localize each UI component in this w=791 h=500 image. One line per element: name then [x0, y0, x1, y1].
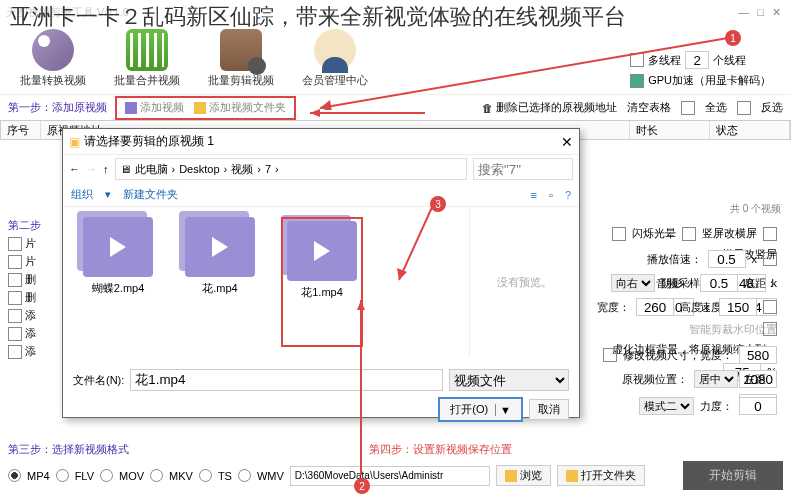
format-wmv-radio[interactable]	[238, 469, 251, 482]
col-no: 序号	[1, 121, 41, 139]
open-button[interactable]: 打开(O)▼	[438, 397, 523, 422]
preview-pane: 没有预览。	[469, 207, 579, 357]
open-folder-button[interactable]: 打开文件夹	[557, 465, 645, 486]
filename-input[interactable]	[130, 369, 443, 391]
hflip-checkbox[interactable]	[763, 227, 777, 241]
nav-fwd-icon[interactable]: →	[86, 163, 97, 175]
organize-button[interactable]: 组织	[71, 187, 93, 202]
select-inverse-checkbox[interactable]	[737, 101, 751, 115]
delete-selected-button[interactable]: 🗑删除已选择的原视频地址	[482, 100, 617, 115]
film-reel-icon	[32, 29, 74, 71]
check-item[interactable]: 添	[8, 308, 60, 323]
dialog-close-icon[interactable]: ✕	[561, 134, 573, 150]
threads-checkbox[interactable]	[630, 53, 644, 67]
col-duration: 时长	[630, 121, 710, 139]
toolbar-edit[interactable]: 批量剪辑视频	[208, 29, 274, 88]
video-thumb-icon	[185, 217, 255, 277]
threads-label: 多线程	[648, 53, 681, 68]
new-folder-button[interactable]: 新建文件夹	[123, 187, 178, 202]
file-name: 花.mp4	[202, 281, 237, 296]
pc-icon: 🖥	[120, 163, 131, 175]
view-icon[interactable]: ≡	[531, 189, 537, 201]
toolbar-member[interactable]: 会员管理中心	[302, 29, 368, 88]
annotation-3: 3	[430, 196, 446, 212]
audio-checkbox[interactable]	[763, 252, 777, 266]
check-item[interactable]: 添	[8, 344, 60, 359]
position-label: 原视频位置：	[622, 372, 688, 387]
toolbar-merge[interactable]: 批量合并视频	[114, 29, 180, 88]
step2-label: 第二步	[8, 218, 60, 233]
speed-input[interactable]	[708, 250, 746, 268]
video-thumb-icon	[83, 217, 153, 277]
direction-select[interactable]: 向右	[611, 274, 655, 292]
bottom-label: 底距：	[744, 276, 777, 291]
dialog-search-input[interactable]	[473, 158, 573, 180]
select-inverse-label: 反选	[761, 100, 783, 115]
main-toolbar: 批量转换视频 批量合并视频 批量剪辑视频 会员管理中心 多线程个线程 GPU加速…	[0, 24, 791, 94]
width-input[interactable]	[636, 298, 674, 316]
blur-checkbox[interactable]	[763, 322, 777, 336]
file-name: 花1.mp4	[301, 285, 343, 300]
height-input[interactable]	[719, 298, 757, 316]
dropdown-arrow-icon[interactable]: ▼	[495, 404, 511, 416]
video-count-summary: 共 0 个视频	[730, 202, 781, 216]
format-flv-radio[interactable]	[56, 469, 69, 482]
flash-checkbox[interactable]	[612, 227, 626, 241]
gpu-label: GPU加速（用显卡解码）	[648, 73, 771, 88]
position-select[interactable]: 居中	[694, 370, 738, 388]
crumb-desktop[interactable]: Desktop	[179, 163, 219, 175]
select-all-checkbox[interactable]	[681, 101, 695, 115]
close-icon[interactable]: ✕	[772, 6, 781, 19]
mode-select[interactable]: 模式二	[639, 397, 694, 415]
watermark-checkbox[interactable]	[763, 300, 777, 314]
step1-label: 第一步：添加原视频	[8, 100, 107, 115]
help-icon[interactable]: ?	[565, 189, 571, 201]
browse-button[interactable]: 浏览	[496, 465, 551, 486]
shadow-input[interactable]	[700, 274, 738, 292]
start-button[interactable]: 开始剪辑	[683, 461, 783, 490]
check-item[interactable]: 片	[8, 254, 60, 269]
check-item[interactable]: 添	[8, 326, 60, 341]
user-icon	[314, 29, 356, 71]
threads-input[interactable]	[685, 51, 709, 69]
nav-back-icon[interactable]: ←	[69, 163, 80, 175]
vflip-checkbox[interactable]	[682, 227, 696, 241]
nav-up-icon[interactable]: ↑	[103, 163, 109, 175]
folder-open-icon	[566, 470, 578, 482]
minimize-icon[interactable]: —	[738, 6, 749, 19]
add-video-button[interactable]: 添加视频	[125, 100, 184, 115]
speed-label: 播放倍速：	[647, 252, 702, 267]
check-item[interactable]: 删	[8, 272, 60, 287]
crumb-pc[interactable]: 此电脑	[135, 162, 168, 177]
format-mkv-radio[interactable]	[150, 469, 163, 482]
crumb-video[interactable]: 视频	[231, 162, 253, 177]
resize-w-input[interactable]	[739, 346, 777, 364]
step3-panel: 第三步：选择新视频格式 第四步：设置新视频保存位置 MP4 FLV MOV MK…	[8, 442, 783, 492]
format-mp4-radio[interactable]	[8, 469, 21, 482]
step1-highlight-box: 添加视频 添加视频文件夹	[115, 96, 296, 120]
step1-bar: 第一步：添加原视频 添加视频 添加视频文件夹 🗑删除已选择的原视频地址 清空表格…	[0, 94, 791, 120]
maximize-icon[interactable]: □	[757, 6, 764, 19]
gpu-checkbox[interactable]	[630, 74, 644, 88]
file-item[interactable]: 花.mp4	[179, 217, 261, 347]
format-mov-radio[interactable]	[100, 469, 113, 482]
filetype-select[interactable]: 视频文件	[449, 369, 569, 391]
check-item[interactable]: 删	[8, 290, 60, 305]
file-item[interactable]: 蝴蝶2.mp4	[77, 217, 159, 347]
file-item-selected[interactable]: 花1.mp4	[281, 217, 363, 347]
file-list: 蝴蝶2.mp4 花.mp4 花1.mp4	[63, 207, 469, 357]
add-folder-button[interactable]: 添加视频文件夹	[194, 100, 286, 115]
preview-icon[interactable]: ▫	[549, 189, 553, 201]
breadcrumb[interactable]: 🖥 此电脑› Desktop› 视频› 7›	[115, 158, 468, 180]
save-path-input[interactable]	[290, 466, 490, 486]
crumb-7[interactable]: 7	[265, 163, 271, 175]
force-input[interactable]	[739, 397, 777, 415]
format-ts-radio[interactable]	[199, 469, 212, 482]
toolbar-convert[interactable]: 批量转换视频	[20, 29, 86, 88]
check-item[interactable]: 片	[8, 236, 60, 251]
cancel-button[interactable]: 取消	[529, 399, 569, 420]
step4-label: 第四步：设置新视频保存位置	[369, 442, 512, 457]
threads-suffix: 个线程	[713, 53, 746, 68]
resize-checkbox[interactable]	[603, 348, 617, 362]
clear-table-button[interactable]: 清空表格	[627, 100, 671, 115]
